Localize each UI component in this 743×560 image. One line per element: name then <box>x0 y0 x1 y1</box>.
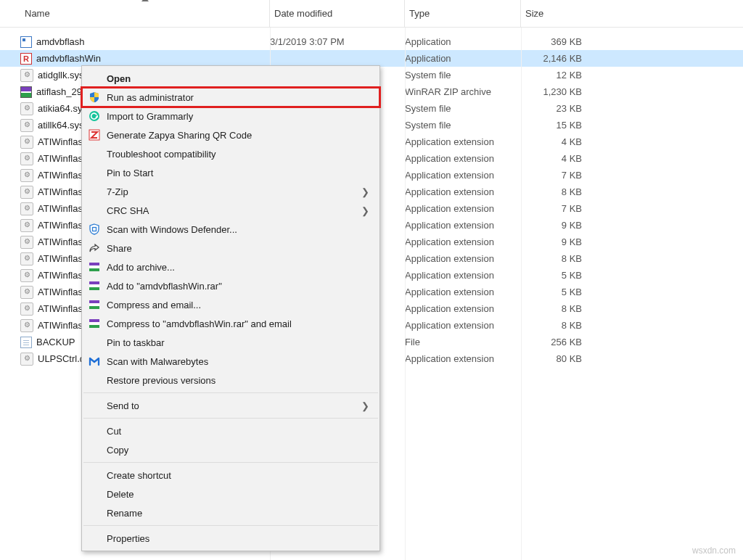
file-name: ATIWinflash <box>38 186 88 197</box>
file-icon <box>20 353 33 366</box>
menu-item[interactable]: Scan with Windows Defender... <box>82 220 379 239</box>
menu-item[interactable]: Add to "amdvbflashWin.rar" <box>82 276 379 295</box>
menu-icon-blank <box>86 399 102 412</box>
menu-item-label: Cut <box>102 426 369 437</box>
menu-icon-blank <box>86 443 102 456</box>
grammarly-icon <box>86 110 102 123</box>
menu-icon-blank <box>86 336 102 349</box>
menu-item-label: Scan with Malwarebytes <box>102 356 369 367</box>
file-size: 4 KB <box>521 136 586 147</box>
file-name: atidgllk.sys <box>38 70 84 81</box>
menu-item-label: Restore previous versions <box>102 375 369 386</box>
file-icon <box>20 102 33 115</box>
file-icon <box>20 202 33 215</box>
file-type: Application extension <box>405 203 521 214</box>
file-icon <box>20 136 33 149</box>
file-icon <box>20 69 33 82</box>
menu-item[interactable]: Open <box>82 69 379 88</box>
file-name: ATIWinflash <box>38 303 88 314</box>
share-icon <box>86 242 102 255</box>
menu-item-label: Pin to taskbar <box>102 337 369 348</box>
menu-item[interactable]: Properties <box>82 529 379 548</box>
file-name: amdvbflash <box>36 36 84 47</box>
menu-item[interactable]: Pin to taskbar <box>82 333 379 352</box>
file-type: Application extension <box>405 220 521 231</box>
column-header-type[interactable]: Type <box>405 0 521 27</box>
file-size: 256 KB <box>521 337 586 347</box>
winrar-icon <box>86 317 102 330</box>
menu-item[interactable]: Cut <box>82 421 379 440</box>
file-type: System file <box>405 70 521 81</box>
menu-separator <box>83 525 378 526</box>
column-label-type: Type <box>409 8 430 19</box>
file-type: Application extension <box>405 170 521 181</box>
column-header-name[interactable]: Name <box>20 0 270 27</box>
winrar-icon <box>86 298 102 311</box>
menu-item[interactable]: Run as administrator <box>82 88 379 107</box>
file-name: ATIWinflash <box>38 170 88 181</box>
file-icon <box>20 319 33 332</box>
menu-item[interactable]: Create shortcut <box>82 466 379 485</box>
menu-item[interactable]: Send to❯ <box>82 396 379 415</box>
file-size: 7 KB <box>521 203 586 214</box>
menu-item-label: Run as administrator <box>102 92 369 103</box>
file-name: ATIWinflash <box>38 320 88 331</box>
menu-separator <box>83 392 378 393</box>
file-icon <box>20 119 33 132</box>
menu-item[interactable]: 7-Zip❯ <box>82 182 379 201</box>
file-icon <box>20 186 33 199</box>
menu-item-label: Add to archive... <box>102 262 369 273</box>
file-size: 8 KB <box>521 303 586 314</box>
menu-icon-blank <box>86 532 102 545</box>
menu-item[interactable]: Restore previous versions <box>82 371 379 390</box>
file-icon <box>20 169 33 182</box>
menu-item[interactable]: Copy <box>82 440 379 459</box>
menu-item[interactable]: Add to archive... <box>82 258 379 276</box>
menu-item[interactable]: Share <box>82 239 379 258</box>
svg-rect-4 <box>89 265 99 268</box>
context-menu[interactable]: OpenRun as administratorImport to Gramma… <box>81 65 380 551</box>
file-size: 4 KB <box>521 153 586 164</box>
file-icon <box>20 236 33 249</box>
column-header-size[interactable]: Size <box>521 0 586 27</box>
sort-ascending-icon <box>141 0 149 1</box>
menu-item[interactable]: Compress to "amdvbflashWin.rar" and emai… <box>82 314 379 333</box>
menu-item[interactable]: Delete <box>82 485 379 503</box>
defender-icon <box>86 223 102 236</box>
file-name: atikia64.sys <box>38 103 87 114</box>
menu-item[interactable]: Pin to Start <box>82 163 379 182</box>
column-separator <box>405 28 406 560</box>
menu-icon-blank <box>86 166 102 179</box>
file-icon <box>20 302 33 316</box>
menu-item[interactable]: Generate Zapya Sharing QR Code <box>82 125 379 144</box>
menu-item[interactable]: CRC SHA❯ <box>82 201 379 220</box>
file-size: 5 KB <box>521 270 586 281</box>
column-label-date: Date modified <box>274 8 332 19</box>
menu-item-label: CRC SHA <box>102 205 361 216</box>
menu-item-label: Create shortcut <box>102 470 369 481</box>
file-name: BACKUP <box>36 337 75 347</box>
file-type: Application extension <box>405 136 521 147</box>
file-size: 7 KB <box>521 170 586 181</box>
file-row[interactable]: amdvbflash3/1/2019 3:07 PMApplication369… <box>0 33 743 50</box>
menu-item[interactable]: Rename <box>82 503 379 522</box>
file-icon <box>20 286 33 299</box>
watermark: wsxdn.com <box>692 545 736 556</box>
winrar-icon <box>86 260 102 273</box>
zapya-icon <box>86 128 102 141</box>
menu-item-label: Compress and email... <box>102 300 369 310</box>
submenu-arrow-icon: ❯ <box>361 205 369 216</box>
file-type: Application extension <box>405 287 521 297</box>
file-row[interactable]: amdvbflashWinApplication2,146 KB <box>0 50 743 67</box>
column-header-date[interactable]: Date modified <box>270 0 405 27</box>
menu-item[interactable]: Compress and email... <box>82 295 379 314</box>
menu-item-label: Pin to Start <box>102 168 369 178</box>
menu-item[interactable]: Troubleshoot compatibility <box>82 144 379 163</box>
file-name: ATIWinflash <box>38 220 88 231</box>
svg-rect-16 <box>89 322 99 325</box>
file-type: WinRAR ZIP archive <box>405 86 521 97</box>
file-type: Application <box>405 53 521 64</box>
menu-item-label: Properties <box>102 533 369 544</box>
menu-item[interactable]: Import to Grammarly <box>82 107 379 125</box>
menu-item[interactable]: Scan with Malwarebytes <box>82 352 379 371</box>
